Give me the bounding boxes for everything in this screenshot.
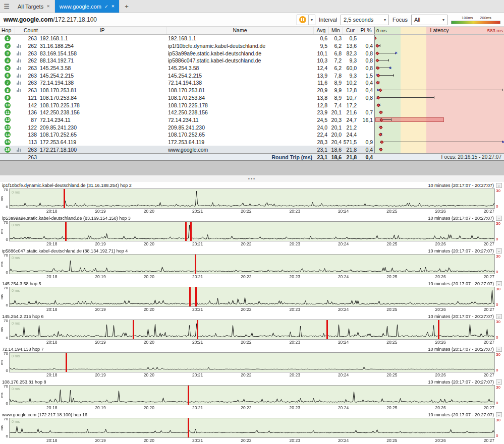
timeline-plot[interactable]: [9, 221, 495, 241]
add-tab-button[interactable]: +: [120, 0, 134, 13]
col-count[interactable]: Count: [22, 27, 38, 34]
collapse-chevron-icon[interactable]: ⌄: [496, 314, 502, 319]
hop-row-14[interactable]: 14138108.170.252.65108.170.252.6522,420,…: [0, 131, 504, 139]
summary-label: Round Trip (ms): [166, 154, 314, 160]
timeline-x-axis: 20:1820:1920:2020:2120:2220:2320:2420:25…: [9, 241, 495, 247]
name-cell: 108.170.252.65: [166, 131, 314, 139]
latency-graph-cell[interactable]: ×: [374, 116, 504, 124]
timeline-plot[interactable]: [9, 385, 495, 405]
hop-row-16[interactable]: 16263172.217.18.100www.google.com23,118,…: [0, 146, 504, 153]
latency-graph-cell[interactable]: ×: [374, 123, 504, 131]
latency-graph-cell[interactable]: ×: [374, 101, 504, 109]
latency-graph-cell[interactable]: ×: [374, 65, 504, 72]
summary-min: 18,6: [329, 154, 343, 160]
timeline-plot[interactable]: [9, 418, 495, 438]
latency-graph-cell[interactable]: ×: [374, 139, 504, 146]
hop-row-8[interactable]: 8263108.170.253.81108.170.253.8120,99,91…: [0, 87, 504, 94]
latency-graph-cell[interactable]: ×: [374, 146, 504, 153]
focus-select[interactable]: All ▾: [411, 15, 447, 25]
timeline-x-axis: 20:1820:1920:2020:2120:2220:2320:2420:25…: [9, 372, 495, 378]
latency-graph-cell[interactable]: ×: [374, 87, 504, 94]
tab-www-google-com[interactable]: www.google.com ✓ ✕: [55, 0, 120, 13]
col-pl[interactable]: PL%: [358, 27, 374, 34]
hop-row-13[interactable]: 13122209.85.241.230209.85.241.23024,020,…: [0, 123, 504, 131]
hop-row-3[interactable]: 326383.169.154.158ip53a99a9e.static.kabe…: [0, 49, 504, 57]
col-hop[interactable]: Hop: [0, 27, 15, 34]
latency-graph-cell[interactable]: ×: [374, 109, 504, 116]
hop-row-5[interactable]: 5263145.254.3.58145.254.3.5812,46,260,00…: [0, 65, 504, 72]
collapse-chevron-icon[interactable]: ⌄: [496, 216, 502, 221]
y-axis-unit: ms: [0, 425, 4, 430]
splitter-handle-icon[interactable]: •••: [0, 175, 504, 182]
latency-graph-cell[interactable]: ×: [374, 131, 504, 139]
graph-icon-empty: [15, 94, 22, 102]
collapse-chevron-icon[interactable]: ⌄: [496, 379, 502, 385]
close-icon[interactable]: ✕: [111, 4, 115, 9]
hop-row-6[interactable]: 6263145.254.2.215145.254.2.21513,97,89,3…: [0, 72, 504, 79]
tab-all-targets[interactable]: All Targets ✕: [13, 0, 55, 13]
col-ip[interactable]: IP: [38, 27, 166, 34]
timeline-range-label: 10 minutes (20:17:07 - 20:27:07): [428, 379, 494, 385]
col-latency[interactable]: 0 ms Latency 583 ms: [374, 27, 504, 34]
collapse-chevron-icon[interactable]: ⌄: [496, 248, 502, 253]
menu-icon[interactable]: ☰: [0, 0, 13, 13]
time-tick-label: 20:22: [241, 241, 251, 246]
timeline-plot[interactable]: [9, 320, 495, 340]
close-icon[interactable]: ✕: [46, 4, 50, 9]
pause-button[interactable]: [297, 16, 308, 23]
hop-number-badge: 14: [0, 131, 15, 139]
collapse-chevron-icon[interactable]: ⌄: [496, 412, 502, 417]
latency-graph-cell[interactable]: ×: [374, 72, 504, 79]
time-tick-label: 20:21: [192, 241, 203, 246]
hop-row-1[interactable]: 1263192.168.1.1192.168.1.10,60,30,5×: [0, 35, 504, 42]
collapse-chevron-icon[interactable]: ⌄: [496, 281, 502, 286]
timeline-plot[interactable]: [9, 287, 495, 307]
timeline-plot[interactable]: [9, 254, 495, 274]
latency-range-whisker: [380, 142, 503, 142]
hop-row-2[interactable]: 226231.16.188.254ip1f10bcfe.dynamic.kabe…: [0, 42, 504, 50]
hop-number-badge: 16: [0, 146, 15, 153]
pl-cell: 0,4: [358, 87, 374, 94]
latency-graph-cell[interactable]: ×: [374, 42, 504, 50]
hop-row-12[interactable]: 128772.14.234.1172.14.234.1124,520,324,7…: [0, 116, 504, 124]
tab-bar: ☰ All Targets ✕ www.google.com ✓ ✕ +: [0, 0, 504, 13]
timeline-hop-16: www.google.com (172.217.18.100) hop 1610…: [0, 411, 504, 444]
pause-icon: [299, 16, 306, 23]
latency-graph-cell[interactable]: ×: [374, 57, 504, 65]
timeline-plot[interactable]: [9, 188, 495, 209]
hop-row-10[interactable]: 10142108.170.225.178108.170.225.17812,87…: [0, 101, 504, 109]
col-min[interactable]: Min: [329, 27, 343, 34]
collapse-chevron-icon[interactable]: ⌄: [496, 183, 502, 188]
interval-select[interactable]: 2,5 seconds ▾: [341, 15, 389, 25]
loss-axis-max: 30: [496, 320, 503, 324]
count-cell: 121: [22, 94, 38, 102]
pl-cell: 0,7: [358, 109, 374, 116]
name-cell: ip1f10bcfe.dynamic.kabel-deutschland.de: [166, 42, 314, 50]
hop-row-9[interactable]: 9121108.170.253.84108.170.253.8413,88,91…: [0, 94, 504, 102]
hop-table-body: 1263192.168.1.1192.168.1.10,60,30,5×2262…: [0, 35, 504, 153]
hop-row-11[interactable]: 11136142.250.238.156142.250.238.15623,92…: [0, 109, 504, 116]
timeline-header: 145.254.2.215 hop 610 minutes (20:17:07 …: [0, 313, 504, 320]
hop-row-7[interactable]: 726372.14.194.13872.14.194.13811,68,910,…: [0, 79, 504, 87]
pause-control[interactable]: ▾: [297, 15, 315, 25]
hop-row-15[interactable]: 15113172.253.64.119172.253.64.11928,320,…: [0, 139, 504, 146]
chevron-down-icon[interactable]: ▾: [308, 15, 315, 25]
hop-row-4[interactable]: 426288.134.192.71ip5886c047.static.kabel…: [0, 57, 504, 65]
col-cur[interactable]: Cur: [343, 27, 358, 34]
timeline-graph-icon: [15, 87, 22, 94]
time-tick-label: 20:19: [95, 340, 105, 345]
min-cell: 6,2: [329, 65, 343, 72]
latency-graph-cell[interactable]: ×: [374, 79, 504, 87]
latency-scale-max: 583 ms: [487, 27, 503, 34]
timeline-plot[interactable]: [9, 352, 495, 372]
col-name[interactable]: Name: [166, 27, 314, 34]
graph-icon-empty: [15, 116, 22, 124]
legend-labels: 100ms 200ms: [451, 16, 500, 20]
latency-graph-cell[interactable]: ×: [374, 94, 504, 102]
collapse-chevron-icon[interactable]: ⌄: [496, 347, 502, 352]
hop-number-badge: 13: [0, 123, 15, 131]
col-avg[interactable]: Avg: [314, 27, 329, 34]
latency-graph-cell[interactable]: ×: [374, 35, 504, 42]
timeline-y-axis: ms700: [0, 221, 9, 241]
latency-graph-cell[interactable]: ×: [374, 49, 504, 57]
